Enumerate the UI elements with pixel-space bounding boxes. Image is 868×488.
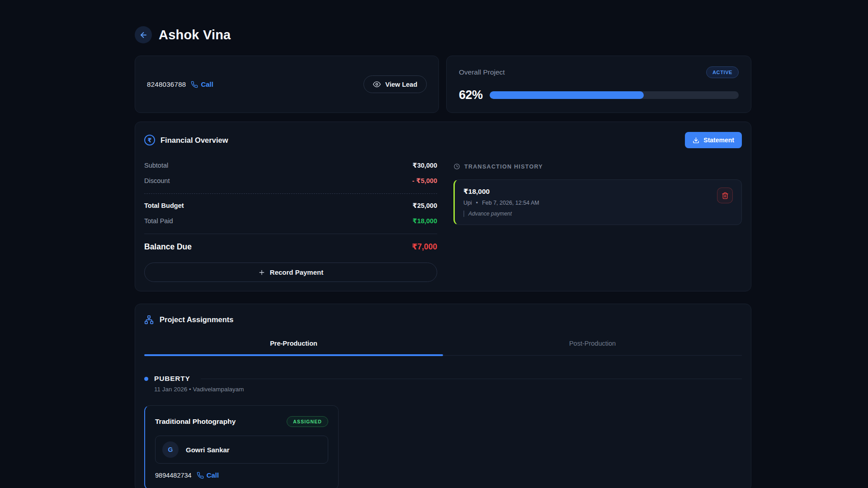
page-header: Ashok Vina	[135, 26, 751, 43]
service-name: Traditional Photography	[155, 418, 236, 426]
progress-bar-track	[490, 91, 739, 99]
meta-separator: •	[476, 200, 478, 206]
transaction-amount: ₹18,000	[463, 188, 539, 196]
assignments-tabs: Pre-Production Post-Production	[144, 340, 742, 356]
solid-divider	[144, 234, 437, 234]
assigned-badge: ASSIGNED	[287, 416, 328, 427]
delete-transaction-button[interactable]	[717, 188, 733, 203]
project-card-bottom: 62%	[459, 88, 739, 102]
balance-due-label: Balance Due	[144, 242, 192, 252]
active-tab-underline	[144, 354, 443, 356]
assignee-phone-number: 9894482734	[155, 472, 192, 479]
tab-pre-production[interactable]: Pre-Production	[144, 340, 443, 355]
transaction-method: Upi	[463, 200, 472, 206]
plus-icon	[258, 269, 265, 276]
view-lead-label: View Lead	[385, 81, 417, 88]
discount-value: - ₹5,000	[412, 177, 437, 184]
phone-icon	[197, 472, 204, 479]
event-dot-icon	[144, 377, 148, 381]
transaction-history-title: TRANSACTION HISTORY	[464, 164, 543, 170]
contact-card: 8248036788 Call View Lead	[135, 56, 439, 113]
transaction-history-section: TRANSACTION HISTORY ₹18,000 Upi • Feb 7,…	[453, 162, 742, 282]
total-budget-value: ₹25,000	[413, 202, 437, 209]
overall-project-card: Overall Project ACTIVE 62%	[446, 56, 751, 113]
top-cards-row: 8248036788 Call View Lead Overall Projec…	[135, 56, 751, 113]
subtotal-value: ₹30,000	[413, 162, 437, 169]
statement-label: Statement	[703, 136, 734, 144]
assignment-card-top: Traditional Photography ASSIGNED	[155, 416, 328, 427]
project-assignments-card: Project Assignments Pre-Production Post-…	[135, 304, 751, 488]
trash-icon	[722, 192, 729, 199]
assignee-call-link[interactable]: Call	[197, 471, 219, 479]
event-block: PUBERTY 11 Jan 2026 • Vadivelampalayam T…	[144, 375, 742, 488]
total-paid-value: ₹18,000	[413, 217, 437, 225]
balance-due-value: ₹7,000	[412, 242, 437, 252]
view-lead-button[interactable]: View Lead	[363, 75, 427, 93]
call-link[interactable]: Call	[191, 80, 213, 88]
total-paid-row: Total Paid ₹18,000	[144, 217, 437, 225]
arrow-left-icon	[139, 31, 148, 39]
total-budget-label: Total Budget	[144, 202, 184, 209]
event-divider-line	[201, 379, 742, 379]
financial-summary: Subtotal ₹30,000 Discount - ₹5,000 Total…	[144, 162, 437, 282]
avatar: G	[162, 441, 179, 458]
status-badge: ACTIVE	[706, 66, 739, 78]
call-link-label: Call	[201, 80, 213, 88]
transaction-meta: Upi • Feb 7, 2026, 12:54 AM	[463, 200, 539, 206]
progress-percent: 62%	[459, 88, 483, 102]
overall-project-label: Overall Project	[459, 68, 505, 76]
download-icon	[693, 137, 699, 144]
assignee-name: Gowri Sankar	[186, 446, 230, 454]
transaction-history-header: TRANSACTION HISTORY	[453, 163, 742, 170]
rupee-circle-icon: ₹	[144, 135, 155, 145]
total-paid-label: Total Paid	[144, 217, 173, 225]
transaction-note: Advance payment	[463, 211, 539, 217]
assignee-call-label: Call	[207, 471, 219, 479]
assignments-title: Project Assignments	[160, 315, 234, 324]
total-budget-row: Total Budget ₹25,000	[144, 202, 437, 209]
financial-title: Financial Overview	[160, 136, 228, 145]
tab-post-production[interactable]: Post-Production	[443, 340, 742, 355]
progress-fill	[490, 91, 644, 99]
page-title: Ashok Vina	[159, 28, 231, 42]
financial-header: ₹ Financial Overview Statement	[144, 132, 742, 148]
subtotal-label: Subtotal	[144, 162, 168, 169]
dashed-divider	[144, 193, 437, 194]
event-title-row: PUBERTY	[144, 375, 742, 383]
client-detail-page: Ashok Vina 8248036788 Call View Lead	[135, 0, 751, 488]
subtotal-row: Subtotal ₹30,000	[144, 162, 437, 169]
assignments-header: Project Assignments	[144, 315, 742, 324]
phone-group: 8248036788 Call	[147, 80, 213, 88]
balance-due-row: Balance Due ₹7,000	[144, 242, 437, 252]
financial-title-group: ₹ Financial Overview	[144, 135, 228, 145]
assignee-box: G Gowri Sankar	[155, 436, 328, 464]
transaction-datetime: Feb 7, 2026, 12:54 AM	[482, 200, 539, 206]
record-payment-button[interactable]: Record Payment	[144, 263, 437, 282]
org-chart-icon	[144, 315, 154, 324]
assignee-phone-row: 9894482734 Call	[155, 471, 328, 479]
assignment-card: Traditional Photography ASSIGNED G Gowri…	[144, 405, 339, 488]
client-phone-number: 8248036788	[147, 80, 186, 88]
transaction-info: ₹18,000 Upi • Feb 7, 2026, 12:54 AM Adva…	[463, 188, 539, 217]
transaction-item: ₹18,000 Upi • Feb 7, 2026, 12:54 AM Adva…	[453, 179, 742, 225]
clock-history-icon	[453, 163, 460, 170]
statement-button[interactable]: Statement	[685, 132, 742, 148]
financial-overview-card: ₹ Financial Overview Statement Subtotal …	[135, 122, 751, 291]
record-payment-label: Record Payment	[270, 268, 323, 276]
project-card-top: Overall Project ACTIVE	[459, 66, 739, 78]
discount-label: Discount	[144, 177, 170, 184]
phone-icon	[191, 81, 198, 88]
financial-body: Subtotal ₹30,000 Discount - ₹5,000 Total…	[144, 162, 742, 282]
event-meta: 11 Jan 2026 • Vadivelampalayam	[154, 386, 742, 393]
eye-icon	[373, 80, 381, 88]
back-button[interactable]	[135, 26, 152, 43]
discount-row: Discount - ₹5,000	[144, 177, 437, 184]
event-name: PUBERTY	[154, 375, 190, 383]
